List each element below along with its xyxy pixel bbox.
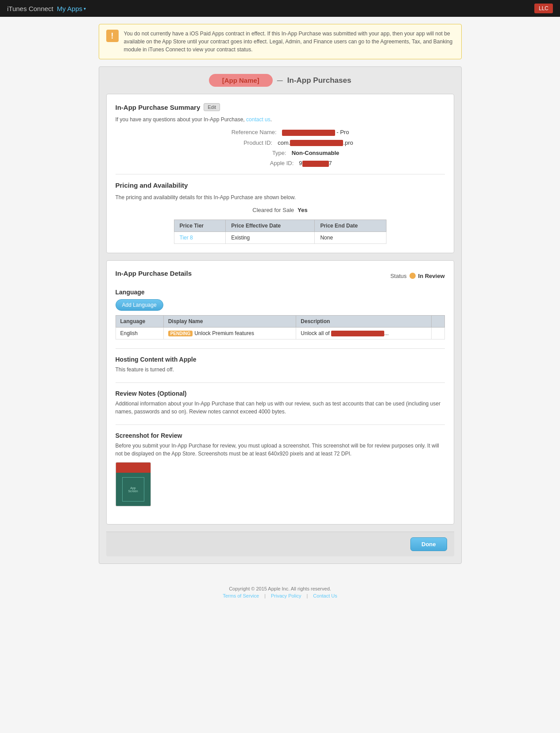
pricing-description: The pricing and availability details for… (116, 194, 445, 201)
details-divider-3 (116, 424, 445, 425)
done-button[interactable]: Done (410, 537, 447, 551)
footer-link[interactable]: Contact Us (313, 593, 337, 598)
language-section: Language Add Language LanguageDisplay Na… (116, 289, 445, 339)
header: iTunes Connect My Apps ▾ LLC (0, 0, 560, 17)
pending-badge: PENDING (168, 331, 193, 336)
cleared-label: Cleared for Sale (252, 207, 294, 213)
screenshot-preview-box: AppScreen (122, 477, 144, 502)
pricing-section: Pricing and Availability The pricing and… (116, 181, 445, 244)
footer-link[interactable]: Privacy Policy (271, 593, 301, 598)
page-title: In-App Purchases (287, 76, 351, 85)
my-apps-label[interactable]: My Apps (57, 5, 83, 12)
my-apps-chevron-icon: ▾ (84, 6, 86, 11)
reference-name-redacted (282, 130, 335, 136)
product-id-label: Product ID: (207, 139, 278, 146)
actions-cell (432, 327, 444, 339)
product-id-row: Product ID: com..pro (116, 139, 445, 147)
summary-card: In-App Purchase Summary Edit If you have… (106, 94, 454, 253)
summary-title: In-App Purchase Summary (116, 104, 201, 111)
account-badge[interactable]: LLC (534, 4, 553, 13)
reference-name-label: Reference Name: (211, 129, 282, 135)
app-name-pill: [App Name] (209, 74, 273, 87)
type-label: Type: (221, 150, 292, 156)
app-title-bar: [App Name] — In-App Purchases (106, 74, 454, 87)
cleared-value: Yes (297, 207, 307, 213)
lang-col-header: Display Name (163, 315, 296, 327)
warning-banner: ! You do not currently have a iOS Paid A… (99, 24, 462, 59)
review-notes-text: Additional information about your In-App… (116, 400, 445, 416)
pricing-col-header: Price Effective Date (226, 220, 315, 231)
language-cell: English (116, 327, 163, 339)
pricing-col-header: Price End Date (315, 220, 386, 231)
reference-name-row: Reference Name: - Pro (116, 129, 445, 136)
end-date-cell: None (315, 231, 386, 243)
status-label: Status (390, 273, 407, 279)
status-row: Status In Review (390, 273, 445, 279)
reference-name-value: - Pro (282, 129, 349, 136)
footer-links: Terms of Service|Privacy Policy|Contact … (9, 593, 551, 598)
footer-copyright: Copyright © 2015 Apple Inc. All rights r… (9, 586, 551, 591)
warning-text: You do not currently have a iOS Paid App… (124, 30, 454, 54)
apple-id-row: Apple ID: 97 (116, 160, 445, 167)
pricing-table: Price TierPrice Effective DatePrice End … (174, 220, 386, 244)
footer-separator: | (306, 593, 308, 598)
product-id-value: com..pro (278, 139, 353, 147)
pricing-title: Pricing and Availability (116, 181, 188, 189)
language-title: Language (116, 289, 445, 296)
pricing-header: Pricing and Availability (116, 181, 445, 189)
lang-col-header (432, 315, 444, 327)
status-icon (409, 273, 416, 279)
details-title: In-App Purchase Details (116, 270, 192, 277)
title-separator: — (277, 77, 283, 84)
table-row: Tier 8 Existing None (174, 231, 386, 243)
summary-section-header: In-App Purchase Summary Edit (116, 103, 445, 111)
contact-us-link[interactable]: contact us (246, 116, 270, 123)
details-divider-2 (116, 382, 445, 383)
pricing-col-header: Price Tier (174, 220, 226, 231)
type-row: Type: Non-Consumable (116, 150, 445, 156)
cleared-row: Cleared for Sale Yes (116, 207, 445, 213)
summary-info-text: If you have any questions about your In-… (116, 116, 445, 123)
header-left: iTunes Connect My Apps ▾ (7, 5, 86, 12)
tier-link[interactable]: Tier 8 (180, 235, 193, 241)
status-value: In Review (418, 273, 445, 279)
add-language-button[interactable]: Add Language (116, 299, 163, 311)
main-container: [App Name] — In-App Purchases In-App Pur… (99, 66, 462, 564)
my-apps-nav[interactable]: My Apps ▾ (57, 5, 86, 12)
details-divider-1 (116, 348, 445, 349)
itunes-connect-title: iTunes Connect (7, 5, 54, 12)
hosting-section: Hosting Content with Apple This feature … (116, 356, 445, 374)
type-value: Non-Consumable (292, 150, 340, 156)
screenshot-inner: AppScreen (116, 473, 151, 506)
footer-link[interactable]: Terms of Service (223, 593, 259, 598)
bottom-bar: Done (106, 532, 454, 556)
apple-id-label: Apple ID: (228, 160, 299, 166)
hosting-text: This feature is turned off. (116, 366, 445, 374)
apple-id-redacted (302, 161, 329, 167)
footer: Copyright © 2015 Apple Inc. All rights r… (0, 577, 560, 607)
hosting-title: Hosting Content with Apple (116, 356, 445, 363)
lang-col-header: Description (296, 315, 432, 327)
description-cell: Unlock all of ... (296, 327, 432, 339)
table-row: English PENDINGUnlock Premium features U… (116, 327, 444, 339)
screenshot-thumbnail[interactable]: AppScreen (116, 462, 151, 506)
lang-col-header: Language (116, 315, 163, 327)
language-table: LanguageDisplay NameDescription English … (116, 315, 445, 339)
screenshot-preview-text: AppScreen (128, 486, 138, 493)
edit-button[interactable]: Edit (204, 103, 220, 111)
screenshot-title: Screenshot for Review (116, 432, 445, 439)
product-id-redacted (290, 140, 343, 146)
screenshot-text: Before you submit your In-App Purchase f… (116, 442, 445, 458)
apple-id-value: 97 (299, 160, 332, 167)
summary-divider (116, 174, 445, 174)
footer-separator: | (264, 593, 266, 598)
effective-date-cell: Existing (226, 231, 315, 243)
details-card: In-App Purchase Details Status In Review… (106, 260, 454, 525)
tier-cell: Tier 8 (174, 231, 226, 243)
review-notes-section: Review Notes (Optional) Additional infor… (116, 390, 445, 416)
details-header: In-App Purchase Details Status In Review (116, 270, 445, 282)
screenshot-section: Screenshot for Review Before you submit … (116, 432, 445, 506)
review-notes-title: Review Notes (Optional) (116, 390, 445, 397)
display-name-cell: PENDINGUnlock Premium features (163, 327, 296, 339)
warning-icon: ! (106, 30, 119, 42)
